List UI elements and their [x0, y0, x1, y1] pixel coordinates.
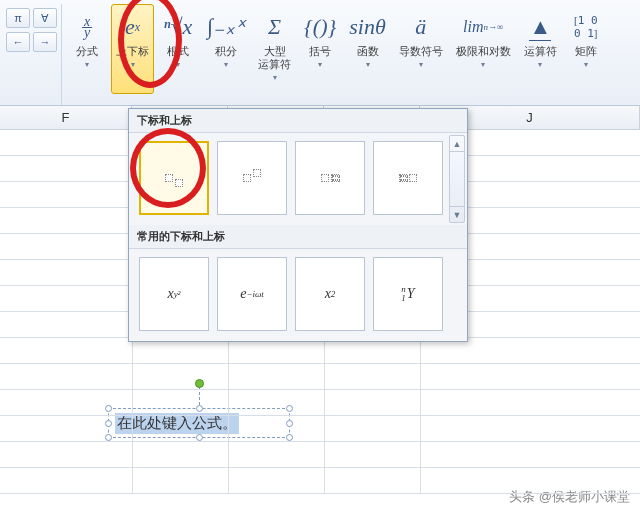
pi-button[interactable]: π	[6, 8, 30, 28]
table-row[interactable]	[0, 364, 640, 390]
fraction-button[interactable]: xy分式▾	[66, 4, 108, 94]
dropdown-scrollbar[interactable]: ▲ ▼	[449, 135, 465, 223]
large-operator-icon: Σ	[268, 9, 281, 45]
right-arrow-button[interactable]: →	[33, 32, 57, 52]
radical-button[interactable]: ⁿ√x根式▾	[157, 4, 199, 94]
dropdown-arrow-icon: ▾	[273, 73, 277, 82]
dropdown-row-templates: ▲ ▼	[129, 133, 467, 225]
table-row[interactable]	[0, 390, 640, 416]
function-icon: sinθ	[349, 9, 385, 45]
left-arrow-button[interactable]: ←	[6, 32, 30, 52]
matrix-button[interactable]: [1 00 1]矩阵▾	[565, 4, 607, 94]
structures-group: xy分式▾ex上下标▾ⁿ√x根式▾∫₋ₓˣ积分▾Σ大型 运算符▾{()}括号▾s…	[62, 4, 611, 105]
column-header-F[interactable]: F	[0, 106, 132, 130]
dropdown-section-header-common: 常用的下标和上标	[129, 225, 467, 249]
scroll-up-icon[interactable]: ▲	[450, 136, 464, 152]
accent-icon: ä	[415, 9, 426, 45]
limit-log-icon: limn→∞	[463, 9, 503, 45]
dropdown-arrow-icon: ▾	[85, 60, 89, 69]
dropdown-arrow-icon: ▾	[538, 60, 542, 69]
dropdown-arrow-icon: ▾	[584, 60, 588, 69]
script-icon: ex	[125, 9, 140, 45]
operator-button[interactable]: ▲运算符▾	[519, 4, 562, 94]
table-row[interactable]	[0, 468, 640, 494]
superscript-template[interactable]	[217, 141, 287, 215]
script-dropdown: 下标和上标 ▲ ▼ 常用的下标和上标 xy²e−iωtx2n1Y	[128, 108, 468, 342]
subscript-template[interactable]	[139, 141, 209, 215]
integral-icon: ∫₋ₓˣ	[207, 9, 245, 45]
table-row[interactable]	[0, 442, 640, 468]
sub-sup-template[interactable]	[295, 141, 365, 215]
dropdown-row-common: xy²e−iωtx2n1Y	[129, 249, 467, 341]
dropdown-arrow-icon: ▾	[224, 60, 228, 69]
matrix-icon: [1 00 1]	[574, 9, 598, 45]
table-row[interactable]	[0, 416, 640, 442]
limit-log-button[interactable]: limn→∞极限和对数▾	[451, 4, 516, 94]
bracket-icon: {()}	[304, 9, 336, 45]
e-iwt[interactable]: e−iωt	[217, 257, 287, 331]
left-sub-sup-template[interactable]	[373, 141, 443, 215]
x-y2[interactable]: xy²	[139, 257, 209, 331]
n1Y[interactable]: n1Y	[373, 257, 443, 331]
forall-button[interactable]: ∀	[33, 8, 57, 28]
equation-ribbon: π ← ∀ → xy分式▾ex上下标▾ⁿ√x根式▾∫₋ₓˣ积分▾Σ大型 运算符▾…	[0, 0, 640, 106]
dropdown-arrow-icon: ▾	[131, 60, 135, 69]
dropdown-arrow-icon: ▾	[318, 60, 322, 69]
dropdown-arrow-icon: ▾	[366, 60, 370, 69]
integral-button[interactable]: ∫₋ₓˣ积分▾	[202, 4, 250, 94]
fraction-icon: xy	[82, 9, 92, 45]
bracket-button[interactable]: {()}括号▾	[299, 4, 341, 94]
script-button[interactable]: ex上下标▾	[111, 4, 154, 94]
scroll-down-icon[interactable]: ▼	[450, 206, 464, 222]
dropdown-arrow-icon: ▾	[481, 60, 485, 69]
radical-icon: ⁿ√x	[164, 9, 193, 45]
function-button[interactable]: sinθ函数▾	[344, 4, 390, 94]
operator-icon: ▲	[529, 9, 551, 45]
symbol-group: π ← ∀ →	[2, 4, 62, 105]
large-operator-button[interactable]: Σ大型 运算符▾	[253, 4, 296, 94]
dropdown-arrow-icon: ▾	[419, 60, 423, 69]
x2[interactable]: x2	[295, 257, 365, 331]
dropdown-section-header: 下标和上标	[129, 109, 467, 133]
dropdown-arrow-icon: ▾	[176, 60, 180, 69]
accent-button[interactable]: ä导数符号▾	[394, 4, 448, 94]
